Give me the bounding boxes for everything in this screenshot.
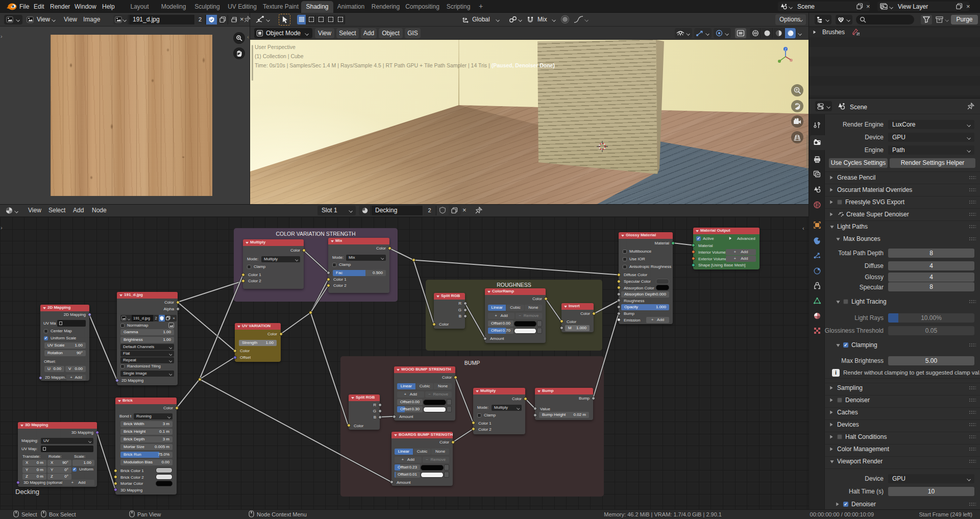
svg-text:25: 25	[856, 32, 860, 36]
svg-text:Z: Z	[785, 47, 787, 51]
